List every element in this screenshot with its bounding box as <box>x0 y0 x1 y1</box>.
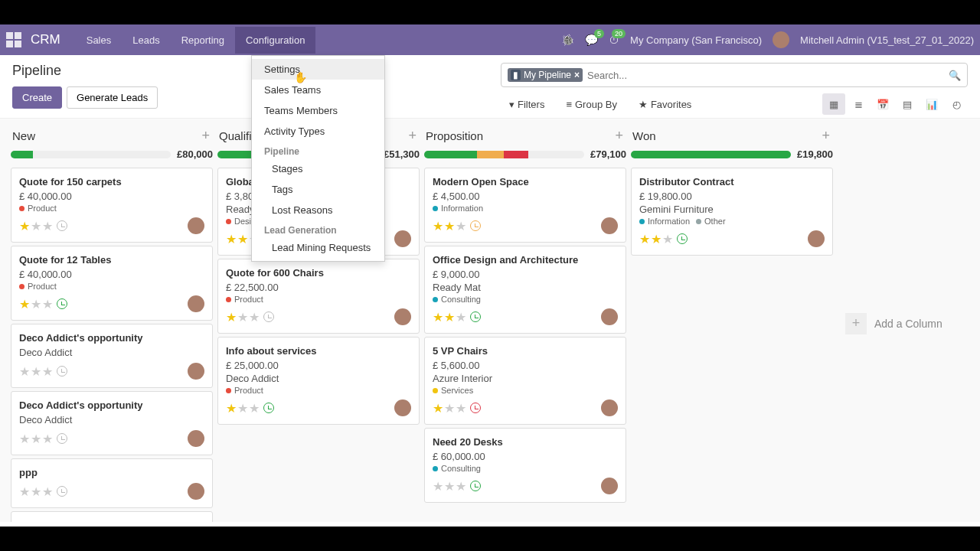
company-switcher[interactable]: My Company (San Francisco) <box>630 34 762 46</box>
column-progress[interactable] <box>11 151 171 158</box>
menu-settings[interactable]: Settings <box>252 59 384 80</box>
column-progress[interactable] <box>631 151 791 158</box>
kanban-card[interactable]: Quote for 12 Tables£ 40,000.00Product★★★ <box>11 246 213 321</box>
priority-stars[interactable]: ★★★ <box>226 401 274 416</box>
graph-view-icon[interactable]: 📊 <box>920 93 943 115</box>
card-title: Deco Addict's opportunity <box>19 399 204 411</box>
pivot-view-icon[interactable]: ▤ <box>896 93 919 115</box>
priority-stars[interactable]: ★★★ <box>433 479 481 494</box>
column-progress[interactable] <box>424 151 584 158</box>
create-button[interactable]: Create <box>12 86 62 109</box>
priority-stars[interactable]: ★★★ <box>19 432 67 446</box>
avatar-icon[interactable] <box>188 217 204 234</box>
nav-leads[interactable]: Leads <box>122 27 170 54</box>
app-brand[interactable]: CRM <box>31 32 60 47</box>
kanban-card[interactable]: Need 20 Desks£ 60,000.00Consulting★★★ <box>424 428 626 503</box>
menu-teams-members[interactable]: Teams Members <box>252 100 384 121</box>
kanban-card[interactable]: Addison Olson's opportunity <box>11 511 213 522</box>
activities-icon[interactable]: 20 <box>609 34 619 46</box>
activity-view-icon[interactable]: ◴ <box>945 93 968 115</box>
card-tag: Services <box>433 386 473 395</box>
activity-clock-icon[interactable] <box>57 366 67 377</box>
priority-stars[interactable]: ★★★ <box>19 297 67 311</box>
avatar-icon[interactable] <box>808 230 825 247</box>
avatar-icon[interactable] <box>188 483 204 500</box>
avatar-icon[interactable] <box>188 295 204 312</box>
avatar-icon[interactable] <box>394 399 411 416</box>
kanban-card[interactable]: Modern Open Space£ 4,500.00Information★★… <box>424 168 626 243</box>
filters-button[interactable]: ▾ Filters <box>501 94 553 115</box>
activity-clock-icon[interactable] <box>470 311 481 322</box>
avatar-icon[interactable] <box>394 308 411 325</box>
menu-stages[interactable]: Stages <box>252 158 384 179</box>
search-box[interactable]: ▮My Pipeline× 🔍 <box>501 63 968 87</box>
menu-lead-mining[interactable]: Lead Mining Requests <box>252 237 384 258</box>
avatar-icon[interactable] <box>601 308 618 325</box>
activity-clock-icon[interactable] <box>57 486 67 497</box>
priority-stars[interactable]: ★★★ <box>433 401 481 416</box>
remove-facet-icon[interactable]: × <box>574 70 580 80</box>
kanban-card[interactable]: Office Design and Architecture£ 9,000.00… <box>424 246 626 334</box>
avatar-icon[interactable] <box>394 230 411 247</box>
activity-clock-icon[interactable] <box>470 403 481 413</box>
kanban-card[interactable]: ppp★★★ <box>11 458 213 508</box>
priority-stars[interactable]: ★★★ <box>433 219 481 233</box>
debug-icon[interactable] <box>561 34 574 46</box>
activity-clock-icon[interactable] <box>57 220 67 231</box>
search-input[interactable] <box>583 70 949 81</box>
avatar-icon[interactable] <box>601 217 618 234</box>
kanban-card[interactable]: Info about services£ 25,000.00Deco Addic… <box>217 337 420 425</box>
menu-activity-types[interactable]: Activity Types <box>252 121 384 142</box>
menu-sales-teams[interactable]: Sales Teams <box>252 80 384 100</box>
menu-tags[interactable]: Tags <box>252 179 384 200</box>
groupby-button[interactable]: ≡ Group By <box>557 94 626 115</box>
user-menu[interactable]: Mitchell Admin (V15_test_27_01_2022) <box>800 34 974 46</box>
nav-reporting[interactable]: Reporting <box>171 27 235 54</box>
quick-add-icon[interactable]: + <box>201 128 210 144</box>
activity-clock-icon[interactable] <box>57 298 67 309</box>
kanban-card[interactable]: Distributor Contract£ 19,800.00Gemini Fu… <box>631 168 833 256</box>
menu-lost-reasons[interactable]: Lost Reasons <box>252 200 384 220</box>
kanban-card[interactable]: Quote for 150 carpets£ 40,000.00Product★… <box>11 168 213 243</box>
priority-stars[interactable]: ★★★ <box>19 219 67 233</box>
activity-clock-icon[interactable] <box>470 220 481 231</box>
kanban-card[interactable]: Deco Addict's opportunityDeco Addict★★★ <box>11 324 213 388</box>
nav-configuration[interactable]: Configuration <box>235 27 315 54</box>
activity-clock-icon[interactable] <box>263 311 274 322</box>
quick-add-icon[interactable]: + <box>822 128 830 144</box>
user-avatar-icon[interactable] <box>773 31 789 48</box>
search-facet[interactable]: ▮My Pipeline× <box>508 68 583 82</box>
configuration-menu: Settings Sales Teams Teams Members Activ… <box>251 55 385 262</box>
calendar-view-icon[interactable]: 📅 <box>871 93 894 115</box>
apps-icon[interactable] <box>6 32 21 47</box>
avatar-icon[interactable] <box>601 399 618 416</box>
quick-add-icon[interactable]: + <box>615 128 623 144</box>
add-column[interactable]: +Add a Column <box>838 125 950 522</box>
activity-clock-icon[interactable] <box>263 403 274 413</box>
avatar-icon[interactable] <box>188 430 204 447</box>
list-view-icon[interactable]: ≣ <box>847 93 870 115</box>
activity-clock-icon[interactable] <box>470 481 481 491</box>
activity-clock-icon[interactable] <box>57 433 67 444</box>
search-icon[interactable]: 🔍 <box>949 70 961 81</box>
priority-stars[interactable]: ★★★ <box>639 232 688 246</box>
column-title[interactable]: New <box>12 129 35 142</box>
priority-stars[interactable]: ★★★ <box>433 310 481 324</box>
quick-add-icon[interactable]: + <box>408 128 416 144</box>
nav-sales[interactable]: Sales <box>76 27 122 54</box>
column-title[interactable]: Proposition <box>426 129 483 142</box>
kanban-card[interactable]: 5 VP Chairs£ 5,600.00Azure InteriorServi… <box>424 337 626 425</box>
messages-icon[interactable]: 5 <box>585 34 598 46</box>
avatar-icon[interactable] <box>188 363 204 380</box>
avatar-icon[interactable] <box>601 478 618 494</box>
kanban-view-icon[interactable]: ▦ <box>822 93 845 115</box>
favorites-button[interactable]: ★ Favorites <box>630 94 700 115</box>
priority-stars[interactable]: ★★★ <box>19 364 67 379</box>
column-title[interactable]: Won <box>632 129 656 142</box>
activity-clock-icon[interactable] <box>677 233 688 244</box>
generate-leads-button[interactable]: Generate Leads <box>67 86 158 109</box>
kanban-card[interactable]: Deco Addict's opportunityDeco Addict★★★ <box>11 391 213 455</box>
priority-stars[interactable]: ★★★ <box>19 484 67 499</box>
kanban-card[interactable]: Quote for 600 Chairs£ 22,500.00Product★★… <box>217 259 420 334</box>
priority-stars[interactable]: ★★★ <box>226 310 274 324</box>
